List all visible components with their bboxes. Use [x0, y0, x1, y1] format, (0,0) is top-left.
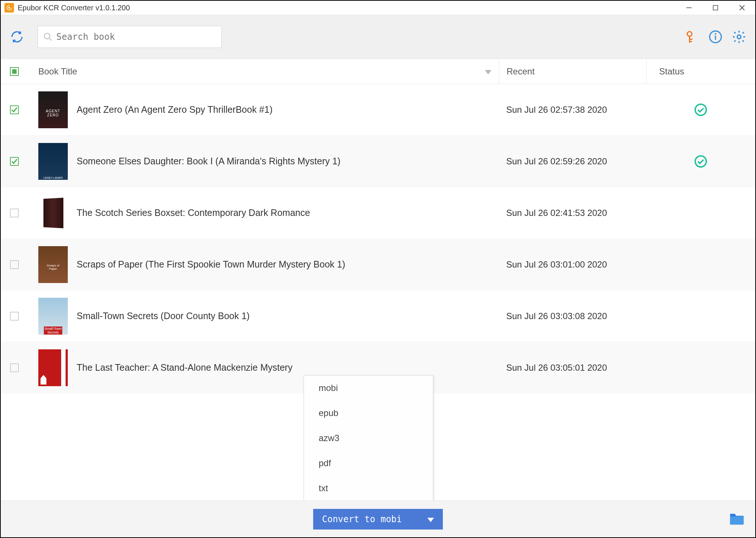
- svg-marker-18: [427, 518, 434, 522]
- svg-marker-15: [485, 70, 491, 74]
- format-option-mobi[interactable]: mobi: [304, 375, 433, 401]
- svg-rect-2: [713, 6, 718, 10]
- book-recent: Sun Jul 26 02:57:38 2020: [499, 105, 646, 115]
- toolbar: [1, 15, 755, 59]
- table-header: Book Title Recent Status: [1, 59, 755, 84]
- svg-point-14: [737, 35, 741, 39]
- book-cover: Small-TownSecrets: [38, 298, 68, 335]
- svg-rect-19: [730, 516, 744, 524]
- book-recent: Sun Jul 26 03:03:08 2020: [499, 311, 646, 321]
- table-row[interactable]: AGENTZERO Agent Zero (An Agent Zero Spy …: [1, 84, 755, 136]
- key-button[interactable]: [683, 28, 701, 46]
- info-button[interactable]: [707, 28, 724, 46]
- book-title: Small-Town Secrets (Door County Book 1): [77, 311, 499, 321]
- format-menu: mobi epub azw3 pdf txt: [304, 375, 433, 501]
- search-input[interactable]: [56, 32, 216, 42]
- convert-button-label: Convert to mobi: [322, 514, 402, 524]
- app-icon: [4, 3, 14, 13]
- row-checkbox[interactable]: [10, 157, 19, 166]
- row-checkbox[interactable]: [10, 105, 19, 114]
- bottom-bar: Convert to mobi: [1, 500, 755, 537]
- format-option-azw3[interactable]: azw3: [304, 426, 433, 451]
- table-row[interactable]: Small-TownSecrets Small-Town Secrets (Do…: [1, 290, 755, 342]
- maximize-button[interactable]: [702, 1, 729, 15]
- search-input-wrap[interactable]: [38, 26, 222, 48]
- table-row[interactable]: Scraps ofPaper Scraps of Paper (The Firs…: [1, 239, 755, 290]
- row-checkbox[interactable]: [10, 260, 19, 269]
- svg-point-0: [8, 7, 10, 9]
- format-option-pdf[interactable]: pdf: [304, 451, 433, 476]
- book-recent: Sun Jul 26 03:01:00 2020: [499, 259, 646, 270]
- column-recent[interactable]: Recent: [499, 59, 646, 84]
- book-cover: Scraps ofPaper: [38, 246, 68, 283]
- column-title[interactable]: Book Title: [28, 66, 499, 77]
- chevron-down-icon: [427, 514, 434, 524]
- book-title: Agent Zero (An Agent Zero Spy ThrillerBo…: [77, 104, 499, 115]
- titlebar: Epubor KCR Converter v1.0.1.200: [1, 1, 755, 15]
- table-row[interactable]: The Scotch Series Boxset: Contemporary D…: [1, 187, 755, 239]
- book-cover: AGENTZERO: [38, 91, 68, 128]
- row-checkbox[interactable]: [10, 312, 19, 321]
- convert-button[interactable]: Convert to mobi: [313, 509, 443, 530]
- open-folder-button[interactable]: [729, 511, 745, 527]
- svg-point-7: [687, 32, 692, 36]
- row-checkbox[interactable]: [10, 209, 19, 217]
- minimize-button[interactable]: [676, 1, 702, 15]
- table-row[interactable]: LINSEY LANIER Someone Elses Daughter: Bo…: [1, 136, 755, 187]
- book-title: The Last Teacher: A Stand-Alone Mackenzi…: [77, 362, 499, 373]
- select-all-checkbox[interactable]: [10, 67, 19, 76]
- search-icon: [43, 32, 53, 42]
- row-checkbox[interactable]: [10, 363, 19, 372]
- book-title: Scraps of Paper (The First Spookie Town …: [77, 259, 499, 270]
- book-recent: Sun Jul 26 02:59:26 2020: [499, 156, 646, 167]
- column-status-label: Status: [659, 66, 684, 77]
- settings-button[interactable]: [730, 28, 748, 46]
- book-cover: [38, 195, 68, 231]
- book-cover: [38, 349, 68, 386]
- column-title-label: Book Title: [38, 66, 77, 77]
- book-cover: LINSEY LANIER: [38, 143, 68, 180]
- success-icon: [694, 103, 707, 116]
- svg-point-13: [715, 34, 716, 34]
- svg-line-6: [49, 38, 52, 41]
- svg-point-16: [695, 104, 706, 115]
- refresh-button[interactable]: [8, 28, 26, 46]
- book-status: [646, 155, 755, 168]
- column-recent-label: Recent: [507, 66, 535, 77]
- book-recent: Sun Jul 26 02:41:53 2020: [499, 208, 646, 218]
- close-button[interactable]: [729, 1, 755, 15]
- success-icon: [694, 155, 707, 168]
- format-option-txt[interactable]: txt: [304, 476, 433, 501]
- svg-point-17: [695, 156, 706, 167]
- book-status: [646, 103, 755, 116]
- sort-arrow-icon: [485, 66, 491, 77]
- book-recent: Sun Jul 26 03:05:01 2020: [499, 363, 646, 373]
- format-option-epub[interactable]: epub: [304, 401, 433, 426]
- book-title: The Scotch Series Boxset: Contemporary D…: [77, 207, 499, 218]
- column-status[interactable]: Status: [646, 59, 755, 84]
- svg-point-5: [44, 33, 50, 39]
- book-title: Someone Elses Daughter: Book I (A Mirand…: [77, 156, 499, 167]
- window-title: Epubor KCR Converter v1.0.1.200: [18, 4, 130, 12]
